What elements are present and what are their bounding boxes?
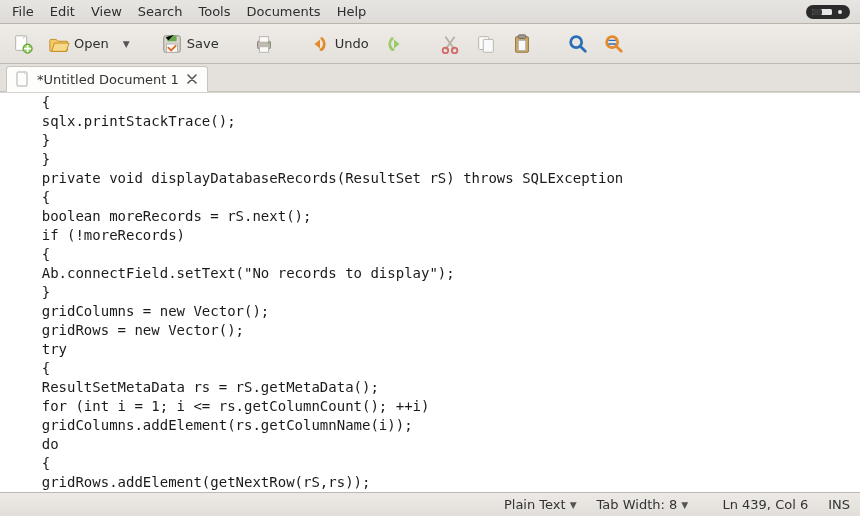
chevron-down-icon: ▼	[681, 500, 688, 510]
svg-rect-11	[259, 46, 268, 52]
svg-point-3	[838, 10, 842, 14]
document-tab[interactable]: *Untitled Document 1	[6, 66, 208, 92]
source-code[interactable]: { sqlx.printStackTrace(); } } private vo…	[0, 93, 860, 492]
status-tabwidth-label: Tab Width: 8	[597, 497, 678, 512]
menu-documents[interactable]: Documents	[239, 2, 329, 21]
svg-point-14	[451, 47, 457, 52]
svg-rect-16	[483, 39, 493, 52]
svg-point-13	[442, 47, 448, 52]
redo-button[interactable]	[379, 30, 409, 58]
new-file-button[interactable]	[8, 30, 38, 58]
menubar: File Edit View Search Tools Documents He…	[0, 0, 860, 24]
chevron-down-icon: ▼	[123, 39, 130, 49]
svg-rect-2	[812, 9, 822, 15]
menu-search[interactable]: Search	[130, 2, 191, 21]
save-label: Save	[187, 36, 219, 51]
find-replace-button[interactable]	[599, 30, 629, 58]
menu-tools[interactable]: Tools	[190, 2, 238, 21]
editor-area[interactable]: { sqlx.printStackTrace(); } } private vo…	[0, 92, 860, 492]
statusbar: Plain Text ▼ Tab Width: 8 ▼ Ln 439, Col …	[0, 492, 860, 516]
toolbar: Open ▼ Save Undo	[0, 24, 860, 64]
print-button[interactable]	[249, 30, 279, 58]
menu-view[interactable]: View	[83, 2, 130, 21]
open-file-button[interactable]: Open	[44, 30, 113, 58]
find-button[interactable]	[563, 30, 593, 58]
svg-rect-18	[518, 34, 525, 38]
status-syntax-mode[interactable]: Plain Text ▼	[494, 497, 587, 512]
open-label: Open	[74, 36, 109, 51]
status-tab-width[interactable]: Tab Width: 8 ▼	[587, 497, 699, 512]
copy-button[interactable]	[471, 30, 501, 58]
undo-label: Undo	[335, 36, 369, 51]
cut-button[interactable]	[435, 30, 465, 58]
menu-help[interactable]: Help	[329, 2, 375, 21]
status-insert-mode[interactable]: INS	[818, 497, 860, 512]
document-icon	[15, 71, 31, 87]
status-syntax-label: Plain Text	[504, 497, 566, 512]
save-button[interactable]: Save	[157, 30, 223, 58]
menu-edit[interactable]: Edit	[42, 2, 83, 21]
paste-button[interactable]	[507, 30, 537, 58]
svg-point-12	[267, 42, 269, 44]
status-cursor-position: Ln 439, Col 6	[698, 497, 818, 512]
status-insert-label: INS	[828, 497, 850, 512]
tabbar: *Untitled Document 1	[0, 64, 860, 92]
svg-rect-10	[259, 36, 268, 42]
window-tray-icon	[806, 5, 850, 19]
chevron-down-icon: ▼	[570, 500, 577, 510]
undo-button[interactable]: Undo	[305, 30, 373, 58]
status-position-label: Ln 439, Col 6	[722, 497, 808, 512]
menu-file[interactable]: File	[4, 2, 42, 21]
tab-close-button[interactable]	[185, 72, 199, 86]
open-recent-dropdown[interactable]: ▼	[119, 30, 131, 58]
tab-label: *Untitled Document 1	[37, 72, 179, 87]
svg-rect-22	[17, 72, 27, 86]
svg-rect-19	[518, 40, 525, 50]
